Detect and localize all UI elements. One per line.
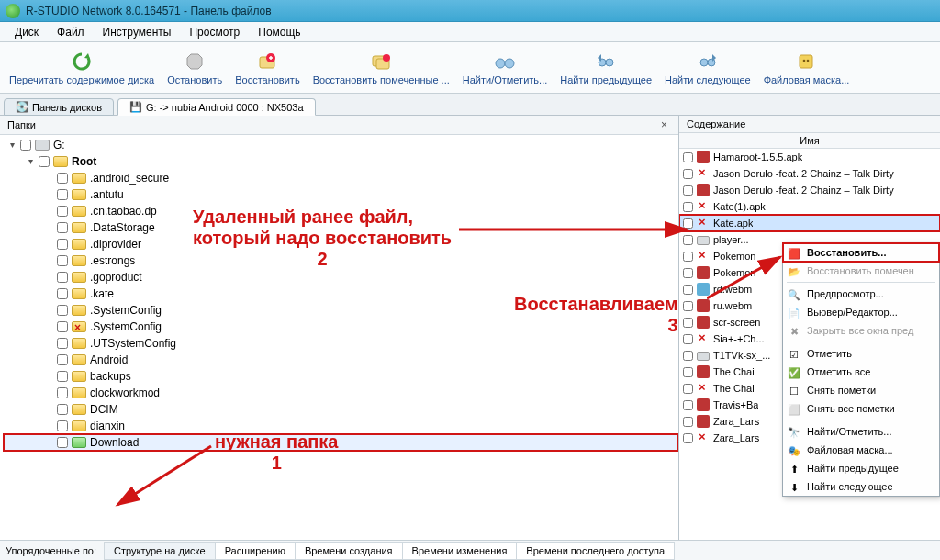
tree-checkbox[interactable] <box>57 206 68 217</box>
tree-checkbox[interactable] <box>57 321 68 332</box>
file-checkbox[interactable] <box>683 218 693 229</box>
filemask-button[interactable]: Файловая маска... <box>758 45 856 91</box>
tree-row[interactable]: .SystemConfig <box>4 319 678 335</box>
find-button[interactable]: Найти/Отметить... <box>457 45 553 91</box>
menu-file[interactable]: Файл <box>48 24 94 40</box>
ctx-filemask[interactable]: 🎭 Файловая маска... <box>783 441 939 459</box>
file-checkbox[interactable] <box>683 285 693 295</box>
tree-checkbox[interactable] <box>57 189 68 200</box>
ctx-find-next[interactable]: ⬇ Найти следующее <box>783 477 939 496</box>
file-checkbox[interactable] <box>683 268 693 278</box>
ctx-preview[interactable]: 🔍 Предпросмотр... <box>783 285 939 303</box>
viewer-icon: 📄 <box>787 306 801 320</box>
tree-row[interactable]: clockworkmod <box>4 385 678 401</box>
tree-row[interactable]: .dlprovider <box>4 236 678 252</box>
ctx-unmark-all[interactable]: ⬜ Снять все пометки <box>783 399 939 418</box>
tree-checkbox[interactable] <box>57 288 68 299</box>
tree-row[interactable]: dianxin <box>4 418 678 434</box>
sort-structure[interactable]: Структуре на диске <box>104 542 216 560</box>
tree-checkbox[interactable] <box>57 239 68 250</box>
menu-tools[interactable]: Инструменты <box>94 24 181 40</box>
find-prev-button[interactable]: Найти предыдущее <box>554 45 657 91</box>
tree-checkbox[interactable] <box>57 173 68 184</box>
ctx-unmark[interactable]: ☐ Снять пометки <box>783 381 939 399</box>
ctx-mark[interactable]: ☑ Отметить <box>783 344 939 363</box>
file-checkbox[interactable] <box>683 252 693 262</box>
ctx-find-prev[interactable]: ⬆ Найти предыдущее <box>783 459 939 477</box>
ctx-viewer[interactable]: 📄 Вьювер/Редактор... <box>783 303 939 321</box>
ctx-recover-marked[interactable]: 📂 Восстановить помечен <box>783 262 939 280</box>
expander-icon[interactable]: ▾ <box>26 153 35 170</box>
file-checkbox[interactable] <box>683 301 693 311</box>
file-row[interactable]: Kate.apk <box>679 215 940 231</box>
tree-checkbox[interactable] <box>57 354 68 365</box>
file-checkbox[interactable] <box>683 400 693 410</box>
find-next-button[interactable]: Найти следующее <box>659 45 756 91</box>
menu-help[interactable]: Помощь <box>249 24 309 40</box>
tree-row[interactable]: .DataStorage <box>4 219 678 236</box>
tree-checkbox[interactable] <box>57 272 68 283</box>
tree-checkbox[interactable] <box>39 156 50 167</box>
tree-checkbox[interactable] <box>57 222 68 233</box>
tree-checkbox[interactable] <box>20 140 31 151</box>
file-row[interactable]: Jason Derulo -feat. 2 Chainz – Talk Dirt… <box>679 165 940 182</box>
sort-mtime[interactable]: Времени изменения <box>402 542 518 560</box>
folder-tree[interactable]: ▾G:▾Root.android_secure.antutu.cn.taobao… <box>0 135 678 540</box>
tree-row[interactable]: .UTSystemConfig <box>4 335 678 352</box>
file-row[interactable]: Jason Derulo -feat. 2 Chainz – Talk Dirt… <box>679 182 940 198</box>
tree-row[interactable]: .android_secure <box>4 170 678 186</box>
ctx-find[interactable]: 🔭 Найти/Отметить... <box>783 422 939 441</box>
file-checkbox[interactable] <box>683 334 693 344</box>
tree-row[interactable]: .goproduct <box>4 269 678 286</box>
tree-checkbox[interactable] <box>57 338 68 349</box>
sort-atime[interactable]: Времени последнего доступа <box>516 542 675 560</box>
tree-checkbox[interactable] <box>57 420 68 431</box>
file-checkbox[interactable] <box>683 351 693 361</box>
recover-button[interactable]: Восстановить <box>229 45 305 91</box>
file-checkbox[interactable] <box>683 152 693 162</box>
tab-panel-disks[interactable]: 💽 Панель дисков <box>4 98 114 116</box>
tree-row[interactable]: .cn.taobao.dp <box>4 203 678 219</box>
file-checkbox[interactable] <box>683 235 693 245</box>
close-icon[interactable]: × <box>657 118 671 131</box>
expander-icon[interactable]: ▾ <box>7 137 17 153</box>
tree-row[interactable]: Android <box>4 352 678 368</box>
file-checkbox[interactable] <box>683 367 693 377</box>
sort-extension[interactable]: Расширению <box>215 542 296 560</box>
tree-row[interactable]: Download <box>4 434 678 451</box>
file-checkbox[interactable] <box>683 433 693 443</box>
tree-row[interactable]: ▾Root <box>4 153 678 170</box>
ctx-mark-all[interactable]: ✅ Отметить все <box>783 363 939 381</box>
file-row[interactable]: Kate(1).apk <box>679 198 940 215</box>
file-checkbox[interactable] <box>683 202 693 212</box>
column-header-name[interactable]: Имя <box>679 133 940 149</box>
tree-row[interactable]: backups <box>4 368 678 385</box>
tab-drive[interactable]: 💾 G: -> nubia Android 0000 : NX503a <box>118 98 316 116</box>
file-row[interactable]: Hamaroot-1.5.5.apk <box>679 149 940 165</box>
tree-checkbox[interactable] <box>57 255 68 266</box>
stop-button[interactable]: Остановить <box>162 45 228 91</box>
file-checkbox[interactable] <box>683 169 693 179</box>
recover-marked-button[interactable]: Восстановить помеченные ... <box>308 45 455 91</box>
tree-row[interactable]: .kate <box>4 286 678 302</box>
menu-disk[interactable]: Диск <box>6 24 48 40</box>
tree-row[interactable]: .estrongs <box>4 252 678 269</box>
reread-button[interactable]: Перечитать содержимое диска <box>4 45 160 91</box>
tree-checkbox[interactable] <box>57 305 68 316</box>
tree-checkbox[interactable] <box>57 404 68 415</box>
ctx-close-all[interactable]: ✖ Закрыть все окна пред <box>783 321 939 340</box>
tree-row[interactable]: .SystemConfig <box>4 302 678 319</box>
tree-row[interactable]: .antutu <box>4 186 678 203</box>
file-checkbox[interactable] <box>683 417 693 427</box>
tree-checkbox[interactable] <box>57 387 68 398</box>
tree-row[interactable]: DCIM <box>4 401 678 418</box>
tree-checkbox[interactable] <box>57 437 68 448</box>
file-checkbox[interactable] <box>683 318 693 328</box>
tree-checkbox[interactable] <box>57 371 68 382</box>
file-checkbox[interactable] <box>683 185 693 196</box>
tree-row[interactable]: ▾G: <box>4 137 678 153</box>
file-checkbox[interactable] <box>683 384 693 394</box>
sort-ctime[interactable]: Времени создания <box>295 542 403 560</box>
menu-view[interactable]: Просмотр <box>180 24 249 40</box>
ctx-recover[interactable]: 🟥 Восстановить... <box>783 243 939 262</box>
